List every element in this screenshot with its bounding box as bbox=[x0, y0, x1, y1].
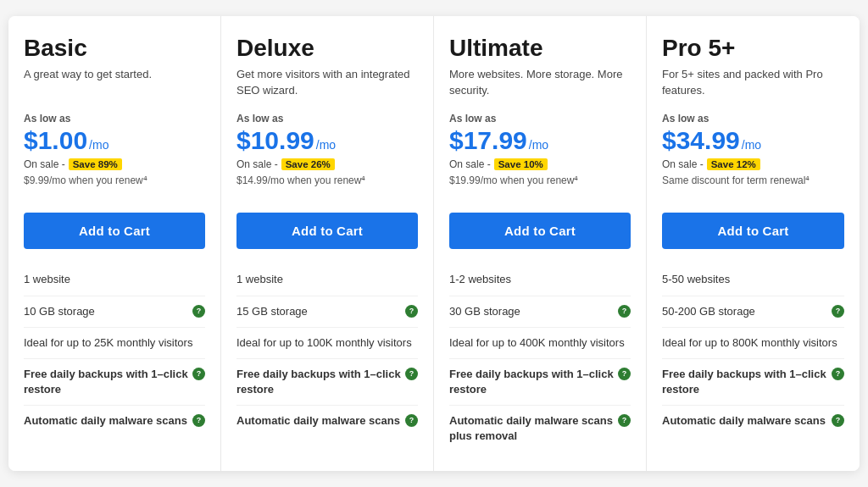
feature-item-0-2: Ideal for up to 25K monthly visitors bbox=[24, 327, 205, 358]
as-low-as-pro5plus: As low as bbox=[662, 113, 844, 125]
plan-card-ultimate: Ultimate More websites. More storage. Mo… bbox=[434, 16, 647, 470]
feature-item-1-3: Free daily backups with 1–click restore … bbox=[236, 358, 418, 405]
feature-item-0-3: Free daily backups with 1–click restore … bbox=[24, 358, 205, 405]
as-low-as-basic: As low as bbox=[24, 113, 205, 125]
feature-item-3-2: Ideal for up to 800K monthly visitors bbox=[662, 327, 844, 358]
help-icon[interactable]: ? bbox=[832, 305, 844, 318]
save-badge-basic: Save 89% bbox=[69, 158, 122, 170]
sale-row-ultimate: On sale - Save 10% bbox=[449, 158, 631, 170]
price-deluxe: $10.99 bbox=[236, 126, 314, 155]
help-icon[interactable]: ? bbox=[192, 368, 205, 380]
save-badge-deluxe: Save 26% bbox=[281, 158, 335, 170]
help-icon[interactable]: ? bbox=[832, 414, 844, 427]
help-icon[interactable]: ? bbox=[618, 305, 631, 318]
feature-item-1-2: Ideal for up to 100K monthly visitors bbox=[236, 327, 418, 358]
plan-card-deluxe: Deluxe Get more visitors with an integra… bbox=[221, 16, 434, 470]
plan-desc-deluxe: Get more visitors with an integrated SEO… bbox=[236, 67, 418, 101]
help-icon[interactable]: ? bbox=[405, 305, 418, 318]
features-list-ultimate: 1-2 websites 30 GB storage ? Ideal for u… bbox=[449, 264, 631, 451]
feature-item-2-1: 30 GB storage ? bbox=[449, 296, 631, 327]
price-row-pro5plus: $34.99 /mo bbox=[662, 126, 844, 155]
plan-desc-basic: A great way to get started. bbox=[24, 67, 205, 101]
features-list-pro5plus: 5-50 websites 50-200 GB storage ? Ideal … bbox=[662, 264, 844, 436]
feature-item-0-4: Automatic daily malware scans ? bbox=[24, 405, 205, 436]
as-low-as-deluxe: As low as bbox=[236, 113, 418, 125]
feature-item-1-1: 15 GB storage ? bbox=[236, 296, 418, 327]
on-sale-text-pro5plus: On sale - bbox=[662, 158, 704, 170]
feature-item-3-1: 50-200 GB storage ? bbox=[662, 296, 844, 327]
price-row-basic: $1.00 /mo bbox=[24, 126, 205, 155]
feature-item-3-4: Automatic daily malware scans ? bbox=[662, 405, 844, 436]
renew-text-deluxe: $14.99/mo when you renew⁴ bbox=[236, 174, 418, 199]
features-list-basic: 1 website 10 GB storage ? Ideal for up t… bbox=[24, 264, 205, 436]
help-icon[interactable]: ? bbox=[618, 368, 631, 380]
price-mo-basic: /mo bbox=[89, 138, 108, 152]
price-basic: $1.00 bbox=[24, 126, 87, 155]
feature-item-3-3: Free daily backups with 1–click restore … bbox=[662, 358, 844, 405]
features-list-deluxe: 1 website 15 GB storage ? Ideal for up t… bbox=[236, 264, 418, 436]
help-icon[interactable]: ? bbox=[405, 414, 418, 427]
feature-item-2-0: 1-2 websites bbox=[449, 264, 631, 295]
renew-text-ultimate: $19.99/mo when you renew⁴ bbox=[449, 174, 631, 199]
add-to-cart-deluxe[interactable]: Add to Cart bbox=[236, 213, 418, 249]
on-sale-text-deluxe: On sale - bbox=[236, 158, 278, 170]
price-ultimate: $17.99 bbox=[449, 126, 527, 155]
price-row-ultimate: $17.99 /mo bbox=[449, 126, 631, 155]
feature-item-0-1: 10 GB storage ? bbox=[24, 296, 205, 327]
sale-row-pro5plus: On sale - Save 12% bbox=[662, 158, 844, 170]
price-mo-pro5plus: /mo bbox=[742, 138, 761, 152]
as-low-as-ultimate: As low as bbox=[449, 113, 631, 125]
help-icon[interactable]: ? bbox=[405, 368, 418, 380]
plan-name-deluxe: Deluxe bbox=[236, 35, 418, 62]
plan-card-pro5plus: Pro 5+ For 5+ sites and packed with Pro … bbox=[647, 16, 860, 470]
add-to-cart-pro5plus[interactable]: Add to Cart bbox=[662, 213, 844, 249]
feature-item-1-4: Automatic daily malware scans ? bbox=[236, 405, 418, 436]
price-pro5plus: $34.99 bbox=[662, 126, 740, 155]
add-to-cart-basic[interactable]: Add to Cart bbox=[24, 213, 205, 249]
on-sale-text-basic: On sale - bbox=[24, 158, 65, 170]
price-mo-ultimate: /mo bbox=[529, 138, 548, 152]
save-badge-pro5plus: Save 12% bbox=[707, 158, 760, 170]
feature-item-0-0: 1 website bbox=[24, 264, 205, 295]
save-badge-ultimate: Save 10% bbox=[494, 158, 548, 170]
feature-item-1-0: 1 website bbox=[236, 264, 418, 295]
sale-row-deluxe: On sale - Save 26% bbox=[236, 158, 418, 170]
sale-row-basic: On sale - Save 89% bbox=[24, 158, 205, 170]
feature-item-3-0: 5-50 websites bbox=[662, 264, 844, 295]
renew-text-basic: $9.99/mo when you renew⁴ bbox=[24, 174, 205, 199]
plan-desc-pro5plus: For 5+ sites and packed with Pro feature… bbox=[662, 67, 844, 101]
help-icon[interactable]: ? bbox=[618, 414, 631, 427]
price-mo-deluxe: /mo bbox=[316, 138, 336, 152]
renew-text-pro5plus: Same discount for term renewal⁴ bbox=[662, 174, 844, 199]
help-icon[interactable]: ? bbox=[192, 414, 205, 427]
help-icon[interactable]: ? bbox=[832, 368, 844, 380]
pricing-grid: Basic A great way to get started. As low… bbox=[8, 16, 860, 470]
plan-name-basic: Basic bbox=[24, 35, 205, 62]
add-to-cart-ultimate[interactable]: Add to Cart bbox=[449, 213, 631, 249]
feature-item-2-3: Free daily backups with 1–click restore … bbox=[449, 358, 631, 405]
plan-name-ultimate: Ultimate bbox=[449, 35, 631, 62]
plan-desc-ultimate: More websites. More storage. More securi… bbox=[449, 67, 631, 101]
plan-name-pro5plus: Pro 5+ bbox=[662, 35, 844, 62]
on-sale-text-ultimate: On sale - bbox=[449, 158, 491, 170]
plan-card-basic: Basic A great way to get started. As low… bbox=[8, 16, 221, 470]
help-icon[interactable]: ? bbox=[192, 305, 205, 318]
feature-item-2-2: Ideal for up to 400K monthly visitors bbox=[449, 327, 631, 358]
price-row-deluxe: $10.99 /mo bbox=[236, 126, 418, 155]
feature-item-2-4: Automatic daily malware scans plus remov… bbox=[449, 405, 631, 451]
